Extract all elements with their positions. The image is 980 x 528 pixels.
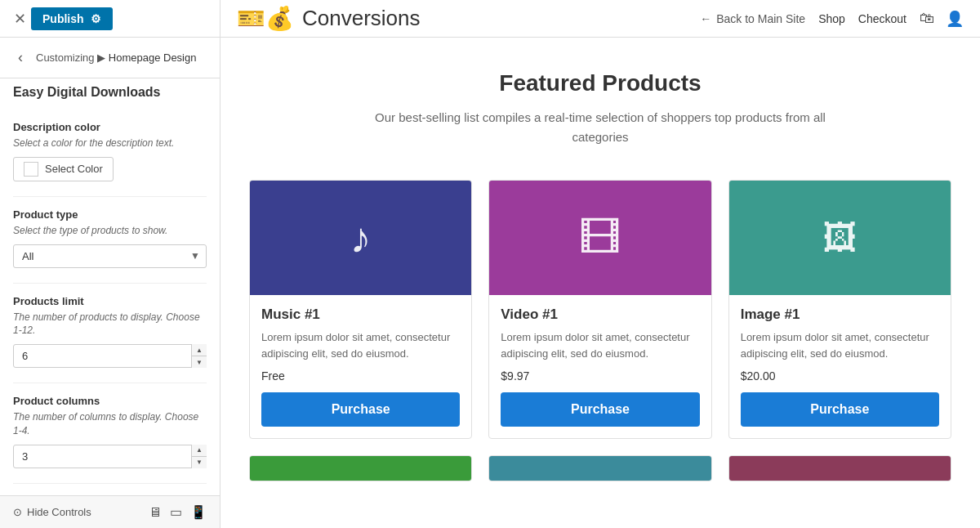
product-type-group: Product type Select the type of products… [13,196,207,268]
product-price-3: $20.00 [741,369,939,383]
purchase-button-1[interactable]: Purchase [261,392,460,427]
product-type-select-wrapper: All Music Video Image ▼ [13,244,207,268]
sidebar: ‹ Customizing ▶ Homepage Design Easy Dig… [0,38,220,528]
shop-link[interactable]: Shop [818,12,845,25]
image-icon: 🖼 [822,218,857,257]
top-bar-right: ← Back to Main Site Shop Checkout 🛍 👤 [684,10,980,28]
products-orderby-group: Products orderby Sorts the products disp… [13,483,207,495]
hide-controls-button[interactable]: ⊙ Hide Controls [13,506,91,518]
product-card-6 [728,455,951,481]
site-title: Conversions [302,6,421,31]
main-area: ‹ Customizing ▶ Homepage Design Easy Dig… [0,38,980,528]
hide-controls-icon: ⊙ [13,506,22,518]
top-bar-icons: 🛍 👤 [920,10,964,28]
columns-spinner-up[interactable]: ▲ [192,445,207,457]
mobile-icon[interactable]: 📱 [190,504,207,520]
select-color-button[interactable]: Select Color [13,157,114,181]
products-limit-label: Products limit [13,295,207,307]
products-grid-row2 [249,455,951,481]
product-price-2: $9.97 [501,369,699,383]
back-to-main-link[interactable]: ← Back to Main Site [700,12,805,25]
product-desc-2: Lorem ipsum dolor sit amet, consectetur … [501,329,699,361]
product-type-label: Product type [13,208,207,221]
product-desc-1: Lorem ipsum dolor sit amet, consectetur … [261,329,460,361]
top-bar: ✕ Publish ⚙ 🎫💰 Conversions ← Back to Mai… [0,0,980,38]
breadcrumb: Customizing ▶ Homepage Design [36,51,196,64]
products-limit-input-wrapper: ▲ ▼ [13,344,207,368]
product-type-hint: Select the type of products to show. [13,224,207,238]
spinner-up[interactable]: ▲ [192,344,207,356]
products-grid: ♪ Music #1 Lorem ipsum dolor sit amet, c… [249,180,951,439]
product-card-3: 🖼 Image #1 Lorem ipsum dolor sit amet, c… [728,180,951,439]
featured-section: Featured Products Our best-selling list … [233,38,968,514]
publish-button[interactable]: Publish ⚙ [31,7,113,30]
desktop-icon[interactable]: 🖥 [149,504,162,520]
product-columns-label: Product columns [13,395,207,407]
music-icon: ♪ [350,213,372,262]
product-columns-hint: The number of columns to display. Choose… [13,410,207,438]
site-logo: 🎫💰 Conversions [237,5,421,32]
purchase-button-2[interactable]: Purchase [501,392,699,427]
product-thumb-3: 🖼 [729,181,951,295]
product-card-5 [488,455,711,481]
section-title: Featured Products [249,70,951,96]
section-subtitle: Our best-selling list compiles a real-ti… [347,108,853,147]
products-limit-hint: The number of products to display. Choos… [13,311,207,338]
product-price-1: Free [261,369,460,383]
product-thumb-4 [250,456,471,481]
description-color-label: Description color [13,121,207,133]
description-color-group: Description color Select a color for the… [13,110,207,181]
product-name-1: Music #1 [261,307,460,323]
product-card-2: 🎞 Video #1 Lorem ipsum dolor sit amet, c… [488,180,711,439]
content-area: Featured Products Our best-selling list … [220,38,980,528]
gear-icon: ⚙ [91,12,101,25]
product-columns-input-wrapper: ▲ ▼ [13,445,207,468]
product-card-4 [249,455,472,481]
sidebar-back-button[interactable]: ‹ [13,47,28,68]
sidebar-content: Description color Select a color for the… [0,110,220,495]
spinner-down[interactable]: ▼ [192,356,207,368]
product-columns-group: Product columns The number of columns to… [13,383,207,468]
user-icon-button[interactable]: 👤 [946,10,964,28]
sidebar-panel-title: Easy Digital Downloads [0,78,220,110]
product-name-2: Video #1 [501,307,699,323]
cart-icon-button[interactable]: 🛍 [920,10,934,27]
product-thumb-5 [489,456,710,481]
sidebar-bottom: ⊙ Hide Controls 🖥 ▭ 📱 [0,495,220,528]
close-button[interactable]: ✕ [8,7,31,30]
product-thumb-6 [729,456,951,481]
products-limit-input[interactable] [13,344,207,368]
color-swatch [24,162,38,177]
product-card-1: ♪ Music #1 Lorem ipsum dolor sit amet, c… [249,180,472,439]
description-color-hint: Select a color for the description text. [13,136,207,150]
product-desc-3: Lorem ipsum dolor sit amet, consectetur … [741,329,939,361]
sidebar-nav: ‹ Customizing ▶ Homepage Design [0,38,220,78]
columns-spinner-down[interactable]: ▼ [192,457,207,468]
logo-icon: 🎫💰 [237,5,294,32]
product-thumb-2: 🎞 [489,181,710,295]
top-bar-left: ✕ Publish ⚙ [0,0,220,37]
product-thumb-1: ♪ [250,181,471,295]
video-icon: 🎞 [579,213,621,262]
product-type-select[interactable]: All Music Video Image [13,244,207,268]
tablet-icon[interactable]: ▭ [170,504,182,520]
device-icons: 🖥 ▭ 📱 [149,504,207,520]
products-limit-group: Products limit The number of products to… [13,283,207,369]
purchase-button-3[interactable]: Purchase [741,392,939,427]
product-name-3: Image #1 [741,307,939,323]
product-columns-input[interactable] [13,445,207,468]
checkout-link[interactable]: Checkout [858,12,906,25]
top-bar-center: 🎫💰 Conversions [220,5,684,32]
